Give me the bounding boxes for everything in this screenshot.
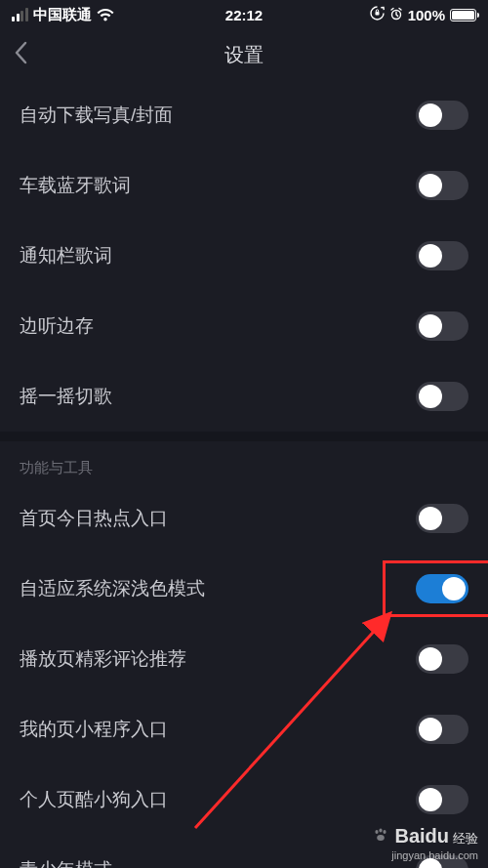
svg-rect-0	[375, 12, 379, 16]
toggle-switch[interactable]	[416, 171, 468, 200]
watermark: Baidu 经验 jingyan.baidu.com	[373, 823, 478, 862]
toggle-switch[interactable]	[416, 785, 468, 814]
toggle-switch[interactable]	[416, 644, 468, 674]
settings-row-label: 播放页精彩评论推荐	[20, 646, 186, 672]
status-left: 中国联通	[12, 6, 114, 24]
toggle-switch[interactable]	[416, 574, 468, 603]
carrier-label: 中国联通	[33, 6, 92, 24]
settings-section-2: 首页今日热点入口自适应系统深浅色模式播放页精彩评论推荐我的页小程序入口个人页酷小…	[0, 483, 488, 868]
settings-row: 自动下载写真/封面	[0, 80, 488, 150]
signal-icon	[12, 8, 28, 21]
toggle-knob	[419, 244, 442, 268]
settings-row: 播放页精彩评论推荐	[0, 624, 488, 694]
toggle-switch[interactable]	[416, 241, 468, 270]
toggle-switch[interactable]	[416, 382, 468, 411]
settings-row-label: 通知栏歌词	[20, 243, 112, 269]
settings-row-label: 自动下载写真/封面	[20, 103, 173, 128]
section-header-tools: 功能与工具	[0, 441, 488, 483]
toggle-knob	[419, 103, 442, 127]
alarm-icon	[389, 7, 403, 23]
toggle-knob	[419, 314, 442, 338]
toggle-knob	[419, 385, 442, 408]
nav-header: 设置	[0, 29, 488, 80]
battery-icon	[450, 9, 476, 21]
orientation-lock-icon	[370, 6, 385, 23]
toggle-knob	[442, 577, 466, 600]
paw-icon	[373, 823, 388, 848]
svg-point-4	[380, 828, 383, 832]
settings-row-label: 个人页酷小狗入口	[20, 787, 168, 812]
settings-row-label: 青少年模式	[20, 857, 112, 868]
svg-point-6	[378, 835, 386, 841]
settings-row-label: 边听边存	[20, 313, 94, 339]
wifi-icon	[97, 9, 114, 21]
battery-percent: 100%	[408, 7, 445, 23]
toggle-knob	[419, 174, 442, 197]
settings-row: 边听边存	[0, 291, 488, 361]
watermark-url: jingyan.baidu.com	[373, 848, 478, 862]
settings-row: 车载蓝牙歌词	[0, 150, 488, 221]
watermark-brand-sub: 经验	[453, 831, 478, 847]
status-right: 100%	[370, 6, 476, 23]
clock: 22:12	[225, 7, 263, 23]
toggle-switch[interactable]	[416, 504, 468, 533]
back-button[interactable]	[14, 41, 27, 69]
settings-row-label: 我的页小程序入口	[20, 717, 168, 742]
watermark-brand: Baidu	[394, 823, 449, 848]
settings-section-1: 自动下载写真/封面车载蓝牙歌词通知栏歌词边听边存摇一摇切歌	[0, 80, 488, 432]
toggle-switch[interactable]	[416, 311, 468, 341]
toggle-switch[interactable]	[416, 101, 468, 130]
settings-row: 自适应系统深浅色模式	[0, 554, 488, 624]
toggle-knob	[419, 788, 442, 811]
settings-row-label: 自适应系统深浅色模式	[20, 576, 205, 601]
settings-row: 首页今日热点入口	[0, 483, 488, 554]
section-divider	[0, 432, 488, 441]
settings-row-label: 首页今日热点入口	[20, 506, 168, 531]
settings-row: 摇一摇切歌	[0, 361, 488, 432]
settings-row: 我的页小程序入口	[0, 694, 488, 765]
toggle-knob	[419, 647, 442, 671]
settings-row-label: 摇一摇切歌	[20, 384, 112, 409]
svg-point-3	[376, 830, 379, 834]
toggle-switch[interactable]	[416, 715, 468, 744]
svg-point-5	[384, 830, 386, 834]
toggle-knob	[419, 507, 442, 530]
settings-row: 通知栏歌词	[0, 221, 488, 291]
settings-row-label: 车载蓝牙歌词	[20, 173, 131, 198]
toggle-knob	[419, 718, 442, 741]
status-bar: 中国联通 22:12 100%	[0, 0, 488, 29]
page-title: 设置	[224, 42, 264, 68]
